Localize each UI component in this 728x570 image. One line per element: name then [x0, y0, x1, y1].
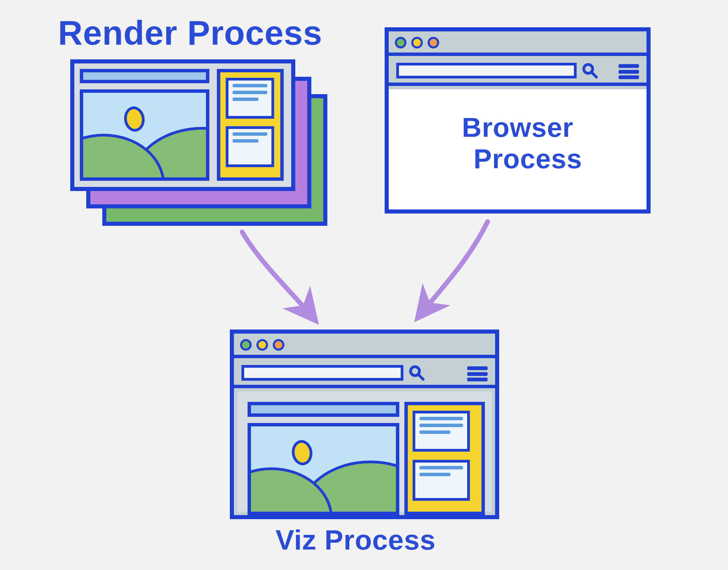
viz-process-label: Viz Process: [276, 525, 436, 555]
sidebar-box-2: [413, 460, 470, 501]
sidebar-box-2: [226, 126, 274, 167]
browser-process-label: Browser Process: [453, 112, 582, 175]
sidebar-box-1: [226, 78, 274, 119]
hill-left: [80, 134, 165, 181]
traffic-lights: [395, 37, 439, 48]
render-process-stack: [70, 59, 329, 226]
traffic-light-close-icon: [395, 37, 406, 48]
browser-toolbar: [389, 59, 647, 86]
sidebar-box-1: [413, 411, 470, 452]
viz-titlebar: [234, 334, 495, 358]
hamburger-icon: [467, 366, 488, 381]
traffic-light-zoom-icon: [428, 37, 439, 48]
hamburger-icon: [619, 64, 639, 79]
content-sidebar: [217, 69, 284, 181]
content-sidebar: [404, 402, 485, 515]
render-webcontent: [80, 69, 286, 181]
render-process-label: Render Process: [58, 15, 322, 51]
browser-process-label-line1: Browser: [462, 112, 573, 143]
arrow-browser-to-viz: [409, 218, 498, 325]
sun-icon: [290, 439, 314, 467]
content-hero-image: [80, 89, 209, 181]
search-icon: [581, 62, 598, 79]
sun-icon: [122, 105, 146, 133]
traffic-light-zoom-icon: [273, 339, 284, 351]
search-icon: [408, 364, 425, 381]
traffic-light-minimize-icon: [411, 37, 423, 48]
viz-viewport: [237, 392, 492, 512]
content-title-bar: [248, 402, 399, 417]
traffic-light-close-icon: [240, 339, 252, 351]
traffic-lights: [240, 339, 284, 351]
viz-toolbar: [234, 362, 495, 388]
traffic-light-minimize-icon: [256, 339, 268, 351]
url-bar: [396, 63, 577, 78]
arrow-render-to-viz: [235, 229, 324, 329]
content-hero-image: [248, 423, 399, 515]
browser-viewport: Browser Process: [389, 89, 647, 209]
browser-titlebar: [389, 31, 647, 56]
svg-line-3: [418, 374, 423, 379]
viz-webcontent: [248, 402, 492, 512]
render-card-front: [70, 59, 295, 191]
url-bar: [241, 365, 403, 381]
content-title-bar: [80, 69, 209, 83]
hill-left: [248, 467, 333, 515]
viz-process-window: [230, 330, 499, 519]
svg-line-1: [591, 72, 596, 77]
browser-process-window: Browser Process: [385, 27, 651, 214]
browser-process-label-line2: Process: [474, 143, 582, 175]
